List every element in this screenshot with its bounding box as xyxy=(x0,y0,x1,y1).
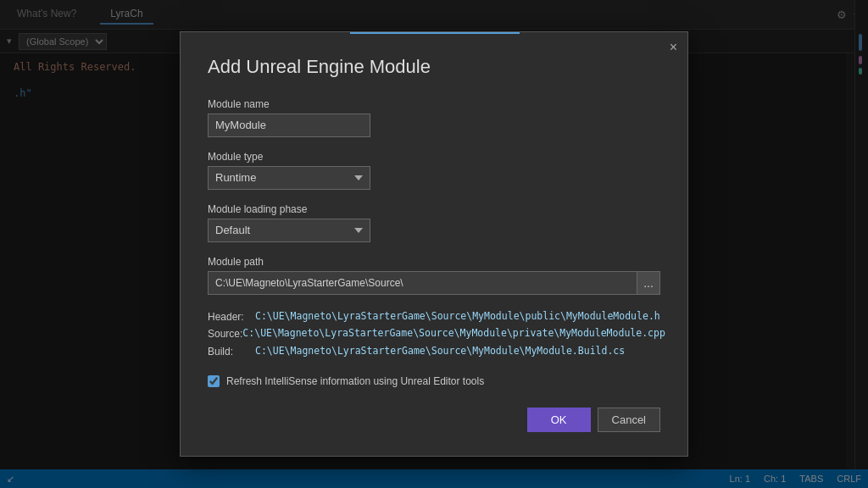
module-name-input[interactable] xyxy=(208,114,370,137)
dialog-top-accent xyxy=(350,32,520,34)
module-type-group: Module type RuntimeEditorEditorNoCommand… xyxy=(208,151,660,190)
module-path-label: Module path xyxy=(208,256,660,268)
modal-overlay: × Add Unreal Engine Module Module name M… xyxy=(0,0,868,488)
module-name-label: Module name xyxy=(208,98,660,110)
intellisense-label: Refresh IntelliSense information using U… xyxy=(226,375,484,387)
checkbox-row: Refresh IntelliSense information using U… xyxy=(208,375,660,387)
header-info-row: Header: C:\UE\Magneto\LyraStarterGame\So… xyxy=(208,308,660,325)
dialog-close-button[interactable]: × xyxy=(670,41,677,54)
module-loading-phase-label: Module loading phase xyxy=(208,203,660,215)
module-type-select[interactable]: RuntimeEditorEditorNoCommandletDeveloper… xyxy=(208,166,370,190)
cancel-button[interactable]: Cancel xyxy=(598,408,660,432)
header-label: Header: xyxy=(208,308,255,325)
build-info-row: Build: C:\UE\Magneto\LyraStarterGame\Sou… xyxy=(208,343,660,360)
browse-button[interactable]: ... xyxy=(637,271,660,295)
source-info-row: Source: C:\UE\Magneto\LyraStarterGame\So… xyxy=(208,325,660,342)
dialog-title: Add Unreal Engine Module xyxy=(208,56,660,78)
module-loading-phase-group: Module loading phase DefaultPostDefaultP… xyxy=(208,203,660,242)
source-label: Source: xyxy=(208,325,242,342)
module-path-input[interactable] xyxy=(208,271,637,295)
header-value: C:\UE\Magneto\LyraStarterGame\Source\MyM… xyxy=(255,308,660,325)
file-info-section: Header: C:\UE\Magneto\LyraStarterGame\So… xyxy=(208,308,660,360)
module-path-group: Module path ... xyxy=(208,256,660,295)
build-value: C:\UE\Magneto\LyraStarterGame\Source\MyM… xyxy=(255,343,625,360)
module-type-label: Module type xyxy=(208,151,660,163)
dialog-footer: OK Cancel xyxy=(208,408,660,432)
build-label: Build: xyxy=(208,343,255,360)
source-value: C:\UE\Magneto\LyraStarterGame\Source\MyM… xyxy=(242,325,665,342)
ok-button[interactable]: OK xyxy=(527,408,591,432)
add-module-dialog: × Add Unreal Engine Module Module name M… xyxy=(180,31,688,457)
intellisense-checkbox[interactable] xyxy=(208,375,220,387)
path-row: ... xyxy=(208,271,660,295)
module-name-group: Module name xyxy=(208,98,660,137)
module-loading-phase-select[interactable]: DefaultPostDefaultPreDefaultEarliestPoss… xyxy=(208,219,370,242)
